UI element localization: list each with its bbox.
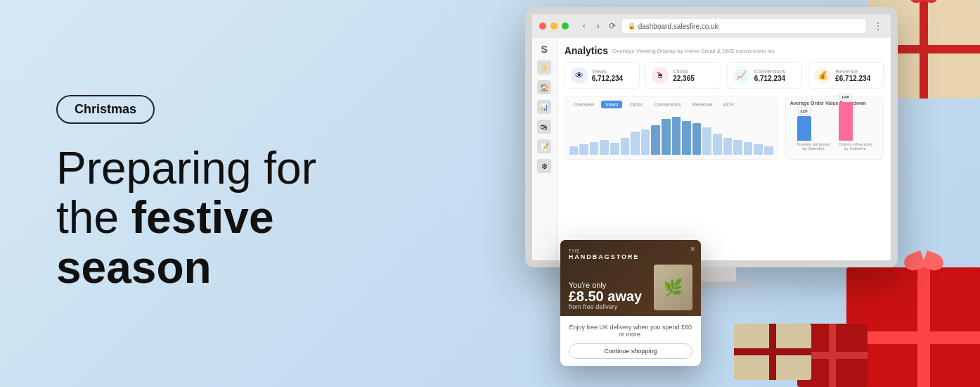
dot-green bbox=[562, 23, 569, 30]
dot-red bbox=[539, 23, 546, 30]
right-section: ‹ › ⟳ 🔒 dashboard.salesfire.co.uk ⋮ bbox=[539, 0, 980, 387]
bar-12 bbox=[682, 121, 691, 155]
metric-revenue-info: Revenue £6,712,234 bbox=[835, 68, 870, 82]
headline-line2: the festive bbox=[56, 193, 483, 242]
headline-festive: festive bbox=[131, 192, 274, 243]
browser-sidebar: S ⚡ 🏠 📊 🛍 📝 ⚙ bbox=[532, 38, 557, 260]
bar-5 bbox=[610, 143, 619, 155]
bar-g1-b1-label: £20 bbox=[797, 108, 810, 115]
bar-g1-label: Overlay attributedby Salesfire bbox=[797, 142, 830, 151]
bar-15 bbox=[713, 134, 722, 155]
browser-url-bar[interactable]: 🔒 dashboard.salesfire.co.uk bbox=[622, 19, 865, 33]
bar-3 bbox=[590, 142, 599, 155]
clicks-icon: 🖱 bbox=[652, 67, 669, 84]
chart-tabs: Overview Views Clicks Conversions Revenu… bbox=[569, 101, 773, 108]
revenue-label: Revenue bbox=[835, 68, 870, 75]
tab-views[interactable]: Views bbox=[601, 101, 623, 108]
conversions-icon: 📈 bbox=[733, 67, 750, 84]
bar-11 bbox=[672, 117, 681, 155]
tab-aov[interactable]: AOV bbox=[719, 101, 738, 108]
analytics-title: Analytics bbox=[565, 45, 608, 56]
gift-red-bow bbox=[904, 253, 943, 270]
popup-header: THE HANDBAGSTORE × You're only £8.50 awa… bbox=[560, 240, 701, 316]
views-icon: 👁 bbox=[571, 67, 588, 84]
dot-yellow bbox=[550, 23, 557, 30]
clicks-label: Clicks bbox=[673, 68, 695, 75]
sidebar-letter: S bbox=[541, 44, 548, 55]
metric-clicks: 🖱 Clicks 22,365 bbox=[645, 62, 721, 89]
gift-small-ribbon-v bbox=[829, 324, 836, 387]
metric-conversions: 📈 Conversions 6,712,234 bbox=[727, 62, 803, 89]
views-value: 6,712,234 bbox=[592, 75, 624, 82]
browser-chrome: ‹ › ⟳ 🔒 dashboard.salesfire.co.uk ⋮ bbox=[532, 14, 891, 38]
bar-g1-b1: £20 bbox=[797, 116, 811, 141]
popup-heading-large: £8.50 away bbox=[569, 289, 643, 303]
bar-2 bbox=[579, 144, 588, 155]
browser-body: S ⚡ 🏠 📊 🛍 📝 ⚙ Analytics bbox=[532, 38, 891, 260]
bar-6 bbox=[621, 138, 630, 155]
bar-18 bbox=[744, 142, 753, 155]
analytics-header: Analytics Overlays Viewing Display by Ho… bbox=[565, 45, 884, 56]
gift-red-ribbon-v bbox=[917, 267, 930, 387]
metric-clicks-info: Clicks 22,365 bbox=[673, 68, 695, 82]
conversions-label: Conversions bbox=[754, 68, 786, 75]
headline-the: the bbox=[56, 192, 131, 243]
conversions-value: 6,712,234 bbox=[754, 75, 786, 82]
main-bar-chart bbox=[569, 113, 773, 155]
metric-revenue: 💰 Revenue £6,712,234 bbox=[808, 62, 884, 89]
popup-close-button[interactable]: × bbox=[690, 244, 695, 254]
left-section: Christmas Preparing for the festive seas… bbox=[0, 53, 539, 334]
bar-group-1: £20 Overlay attributedby Salesfire bbox=[797, 116, 830, 151]
sidebar-icon-4: 🛍 bbox=[537, 120, 551, 134]
bar-8 bbox=[641, 129, 650, 155]
forward-icon[interactable]: › bbox=[593, 20, 604, 32]
bar-19 bbox=[754, 144, 763, 155]
bar-13 bbox=[692, 123, 702, 155]
lock-icon: 🔒 bbox=[628, 23, 636, 30]
bar-group-1-bars: £20 bbox=[797, 116, 830, 141]
clicks-value: 22,365 bbox=[673, 75, 695, 82]
gift-bow-top bbox=[910, 0, 938, 3]
popup-footer: Enjoy free UK delivery when you spend £6… bbox=[560, 316, 701, 366]
tab-clicks[interactable]: Clicks bbox=[625, 101, 647, 108]
gift-cream-ribbon-v bbox=[920, 0, 928, 99]
revenue-icon: 💰 bbox=[814, 67, 831, 84]
bar-10 bbox=[662, 119, 671, 155]
continue-shopping-button[interactable]: Continue shopping bbox=[569, 343, 692, 359]
headline-line3: season bbox=[56, 243, 483, 292]
bar-20 bbox=[764, 146, 773, 155]
metrics-row: 👁 Views 6,712,234 🖱 Clicks bbox=[565, 62, 884, 89]
popup-content-flex: You're only £8.50 away from free deliver… bbox=[569, 265, 692, 310]
browser-content: Analytics Overlays Viewing Display by Ho… bbox=[557, 38, 891, 260]
sidebar-icon-2: 🏠 bbox=[537, 80, 551, 94]
popup-header-inner: THE HANDBAGSTORE × bbox=[569, 248, 692, 260]
views-label: Views bbox=[592, 68, 624, 75]
popup-modal: THE HANDBAGSTORE × You're only £8.50 awa… bbox=[560, 240, 701, 366]
tab-revenue[interactable]: Revenue bbox=[688, 101, 716, 108]
headline: Preparing for the festive season bbox=[56, 144, 483, 292]
bar-7 bbox=[631, 132, 640, 155]
tab-conversions[interactable]: Conversions bbox=[650, 101, 685, 108]
sidebar-icon-3: 📊 bbox=[537, 100, 551, 114]
chart-right: Average Order Value Breakdown £20 bbox=[785, 96, 884, 160]
popup-store-info: THE HANDBAGSTORE bbox=[569, 248, 640, 260]
back-icon[interactable]: ‹ bbox=[579, 20, 590, 32]
metric-views: 👁 Views 6,712,234 bbox=[565, 62, 640, 89]
analytics-breadcrumb: Overlays Viewing Display by Home Email &… bbox=[612, 48, 775, 54]
bar-16 bbox=[723, 138, 733, 155]
headline-line1: Preparing for bbox=[56, 144, 483, 193]
more-icon[interactable]: ⋮ bbox=[872, 20, 884, 32]
popup-heading-sub: from free delivery bbox=[569, 303, 643, 310]
url-text: dashboard.salesfire.co.uk bbox=[638, 23, 718, 30]
gift-cream-b-ribbon-v bbox=[769, 324, 776, 380]
page-wrapper: Christmas Preparing for the festive seas… bbox=[0, 0, 980, 387]
revenue-value: £6,712,234 bbox=[835, 75, 870, 82]
reload-icon[interactable]: ⟳ bbox=[607, 20, 618, 32]
bar-4 bbox=[600, 140, 609, 155]
bar-g2-b1-label: £48 bbox=[839, 94, 851, 101]
tab-overview[interactable]: Overview bbox=[569, 101, 598, 108]
tag-pill: Christmas bbox=[56, 95, 155, 124]
gift-cream-bottom bbox=[734, 324, 811, 380]
sidebar-icon-5: 📝 bbox=[537, 139, 551, 153]
monitor-frame: ‹ › ⟳ 🔒 dashboard.salesfire.co.uk ⋮ bbox=[525, 7, 898, 267]
